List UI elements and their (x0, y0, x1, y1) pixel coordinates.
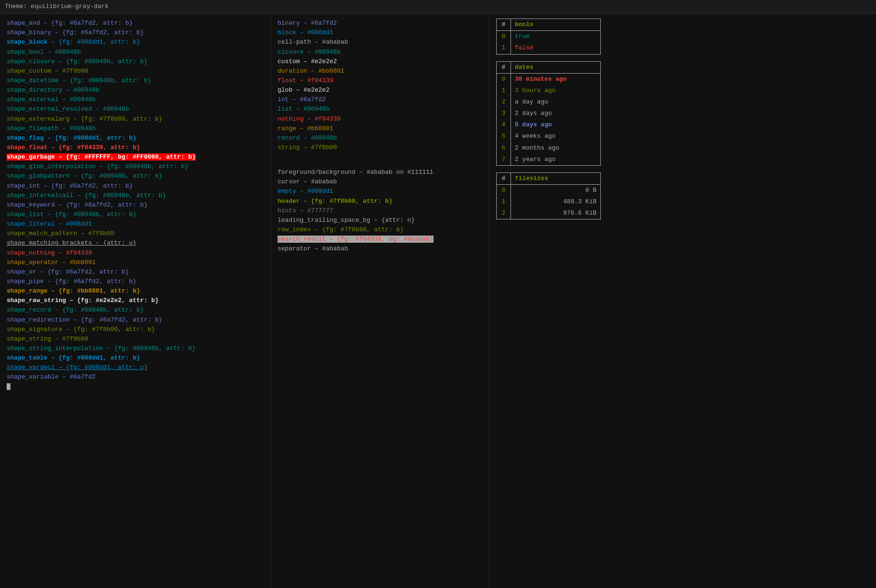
row-index: 1 (497, 85, 511, 96)
line: shape_string_interpolation – {fg: #00948… (7, 344, 264, 353)
table-row: 0 true (497, 31, 601, 43)
line: shape_custom – #7f8b00 (7, 66, 264, 76)
line: duration – #bb8801 (278, 66, 482, 76)
line: range – #bb8801 (278, 124, 482, 133)
table-row: 7 2 years ago (497, 154, 601, 166)
table-row: 0 0 B (497, 184, 601, 196)
date-value: 4 weeks ago (511, 131, 601, 142)
table-row: 4 5 days ago (497, 119, 601, 131)
row-index: 3 (497, 108, 511, 119)
row-index: 4 (497, 119, 511, 131)
line: nothing – #f04339 (278, 114, 482, 124)
line: shape_directory – #00948b (7, 85, 264, 95)
line: shape_flag – {fg: #008dd1, attr: b} (7, 133, 264, 143)
bool-value: true (511, 31, 601, 43)
bool-value: false (511, 42, 601, 54)
line: shape_block – {fg: #008dd1, attr: b} (7, 38, 264, 47)
table-row: 3 2 days ago (497, 108, 601, 119)
date-value: a day ago (511, 96, 601, 108)
date-value: 2 months ago (511, 142, 601, 154)
table-row: 1 false (497, 42, 601, 54)
line: shape_external_resolved – #00948b (7, 104, 264, 114)
line: shape_closure – {fg: #00948b, attr: b} (7, 57, 264, 66)
table-row: 2 976.6 KiB (497, 208, 601, 219)
row-index: 7 (497, 154, 511, 166)
line: hints – #777777 (278, 206, 482, 216)
filesizes-title-header: filesizes (511, 172, 601, 184)
line: shape_match_pattern – #7f8b00 (7, 229, 264, 238)
line: custom – #e2e2e2 (278, 57, 482, 66)
row-index: 6 (497, 142, 511, 154)
line: list – #00948b (278, 104, 482, 114)
table-row: 5 4 weeks ago (497, 131, 601, 142)
line-search-result: search_result – {fg: #f04339, bg: #ababa… (278, 235, 482, 244)
line: int – #6a7fd2 (278, 95, 482, 104)
line: shape_list – {fg: #00948b, attr: b} (7, 210, 264, 219)
line: string – #7f8b00 (278, 143, 482, 152)
bools-table: # bools 0 true 1 false (496, 19, 601, 54)
dates-title-header: dates (511, 61, 601, 73)
line: record – #00948b (278, 133, 482, 143)
bools-index-header: # (497, 19, 511, 31)
dates-table-container: # dates 0 30 minutes ago 1 3 hours ago 2 (496, 61, 869, 166)
line: closure – #00948b (278, 47, 482, 57)
line: shape_float – {fg: #f04339, attr: b} (7, 143, 264, 152)
filesize-value: 488.3 KiB (511, 196, 601, 208)
filesize-value: 976.6 KiB (511, 208, 601, 219)
line: glob – #e2e2e2 (278, 85, 482, 95)
table-row: 0 30 minutes ago (497, 73, 601, 85)
date-value: 2 days ago (511, 108, 601, 119)
dates-index-header: # (497, 61, 511, 73)
filesizes-table: # filesizes 0 0 B 1 488.3 KiB 2 (496, 172, 601, 220)
line: shape_and – {fg: #6a7fd2, attr: b} (7, 19, 264, 28)
line: shape_range – {fg: #bb8801, attr: b} (7, 286, 264, 296)
filesize-value: 0 B (511, 184, 601, 196)
row-index: 0 (497, 184, 511, 196)
line: shape_redirection – {fg: #6a7fd2, attr: … (7, 315, 264, 325)
row-index: 2 (497, 208, 511, 219)
theme-bar: Theme: equilibrium-gray-dark (0, 0, 876, 14)
line: leading_trailing_space_bg – {attr: n} (278, 216, 482, 225)
mid-column: binary – #6a7fd2 block – #008dd1 cell-pa… (271, 14, 490, 588)
line: shape_keyword – {fg: #6a7fd2, attr: b} (7, 200, 264, 210)
line: shape_glob_interpolation – {fg: #00948b,… (7, 162, 264, 171)
line: shape_pipe – {fg: #6a7fd2, attr: b} (7, 277, 264, 286)
line: shape_literal – #008dd1 (7, 219, 264, 229)
row-index: 1 (497, 42, 511, 54)
line: binary – #6a7fd2 (278, 19, 482, 28)
line: shape_nothing – #f04339 (7, 248, 264, 258)
cursor-line (7, 382, 264, 391)
line: empty – #008dd1 (278, 187, 482, 196)
bools-title-header: bools (511, 19, 601, 31)
table-row: 1 3 hours ago (497, 85, 601, 96)
line: header – {fg: #7f8b00, attr: b} (278, 197, 482, 206)
line: shape_operator – #bb8801 (7, 258, 264, 267)
line: shape_int – {fg: #6a7fd2, attr: b} (7, 181, 264, 191)
line: shape_matching_brackets – {attr: u} (7, 238, 264, 248)
line: cell-path – #ababab (278, 38, 482, 47)
date-value: 30 minutes ago (511, 73, 601, 85)
filesizes-table-container: # filesizes 0 0 B 1 488.3 KiB 2 (496, 172, 869, 220)
line: shape_string – #7f8b00 (7, 334, 264, 344)
line: shape_external – #00948b (7, 95, 264, 104)
row-index: 0 (497, 31, 511, 43)
row-index: 0 (497, 73, 511, 85)
row-index: 5 (497, 131, 511, 142)
date-value: 3 hours ago (511, 85, 601, 96)
line: block – #008dd1 (278, 28, 482, 38)
line: shape_signature – {fg: #7f8b00, attr: b} (7, 325, 264, 334)
table-row: 2 a day ago (497, 96, 601, 108)
line: shape_variable – #6a7fd2 (7, 372, 264, 382)
left-column: shape_and – {fg: #6a7fd2, attr: b} shape… (0, 14, 271, 588)
dates-table: # dates 0 30 minutes ago 1 3 hours ago 2 (496, 61, 601, 166)
bools-table-container: # bools 0 true 1 false (496, 19, 869, 54)
line: separator – #ababab (278, 244, 482, 254)
line: foreground/background – #ababab on #1111… (278, 168, 482, 177)
table-row: 1 488.3 KiB (497, 196, 601, 208)
row-index: 1 (497, 196, 511, 208)
right-column: # bools 0 true 1 false (490, 14, 876, 588)
line: cursor – #ababab (278, 177, 482, 187)
line: shape_filepath – #00948b (7, 124, 264, 133)
line: shape_binary – {fg: #6a7fd2, attr: b} (7, 28, 264, 38)
row-index: 2 (497, 96, 511, 108)
